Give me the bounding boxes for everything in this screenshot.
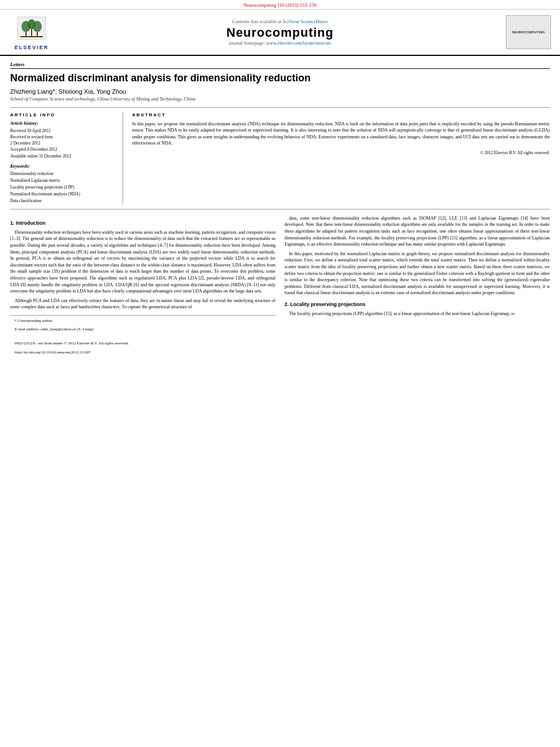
keyword-3: Locality preserving projections (LPP) <box>10 184 116 191</box>
homepage-line: journal homepage: www.elsevier.com/locat… <box>60 40 500 46</box>
section2-col2-p1: The locality preserving projections (LPP… <box>285 311 550 317</box>
contents-text: Contents lists available at <box>233 19 282 24</box>
article-history: Article history: Received 30 April 2012 … <box>10 121 116 159</box>
received-revised-label: Received in revised form <box>10 134 116 140</box>
keywords: Keywords: Dimensionality reduction Norma… <box>10 164 116 204</box>
elsevier-logo-svg <box>15 14 49 42</box>
keywords-title: Keywords: <box>10 164 116 169</box>
abstract-section: ABSTRACT In this paper, we propose the n… <box>132 112 550 204</box>
footnote-area: * Corresponding author. E-mail address: … <box>10 315 275 355</box>
svg-rect-5 <box>31 29 32 37</box>
article-info: ARTICLE INFO Article history: Received 3… <box>10 112 123 204</box>
keyword-4: Normalized discriminant analysis (NDA) <box>10 191 116 198</box>
article-meta-columns: ARTICLE INFO Article history: Received 3… <box>10 107 550 209</box>
intro-col2-p2: In this paper, motivated by the normaliz… <box>285 251 550 296</box>
neurocomputing-cover: NEUROCOMPUTING <box>506 15 551 49</box>
svg-rect-7 <box>20 36 43 37</box>
intro-col2-p1: data, some non-linear dimensionality red… <box>285 215 550 248</box>
received-revised-date: 2 December 2012 <box>10 140 116 146</box>
journal-name: Neurocomputing <box>60 25 500 40</box>
footnote-email-label: E-mail address: <box>15 327 40 331</box>
elsevier-text: ELSEVIER <box>9 45 54 50</box>
available-date: Available online 31 December 2012 <box>10 153 116 159</box>
authors: Zhizheng Liang*, Shixiong Xia, Yong Zhou <box>10 88 550 95</box>
elsevier-logo: ELSEVIER <box>9 14 54 50</box>
section2-title: 2. Locality preserving projections <box>285 301 550 308</box>
bottom-doi: http://dx.doi.org/10.1016/j.neucom.2012.… <box>10 350 275 355</box>
section1-title: 1. Introduction <box>10 220 275 227</box>
keyword-5: Data classification <box>10 198 116 204</box>
homepage-link[interactable]: www.elsevier.com/locate/neucom <box>266 40 331 46</box>
journal-reference: Neurocomputing 110 (2013) 153–159 <box>244 2 317 8</box>
footnote-corresponding: * Corresponding author. <box>10 318 275 324</box>
body-columns: 1. Introduction Dimensionality reduction… <box>10 215 550 358</box>
svg-rect-6 <box>37 32 38 37</box>
intro-p1: Dimensionality reduction techniques have… <box>10 229 275 295</box>
bottom-ref: 0925-2312/$ - see front matter © 2012 El… <box>10 340 275 346</box>
svg-point-3 <box>33 21 42 32</box>
footnote-email-value: cuhk_liang@yahoo.cn (Z. Liang). <box>41 327 94 331</box>
keyword-1: Dimensionality reduction <box>10 171 116 177</box>
main-content: Letters Normalized discriminant analysis… <box>0 56 560 364</box>
journal-header: ELSEVIER Contents lists available at Sci… <box>0 10 560 56</box>
journal-center-info: Contents lists available at SciVerse Sci… <box>60 19 500 46</box>
intro-p2: Although PCA and LDA can effectively ext… <box>10 298 275 311</box>
abstract-text: In this paper, we propose the normalized… <box>132 121 550 147</box>
homepage-text: journal homepage: <box>229 40 265 46</box>
paper-title: Normalized discriminant analysis for dim… <box>10 72 550 85</box>
author-names: Zhizheng Liang*, Shixiong Xia, Yong Zhou <box>10 88 126 95</box>
body-left-col: 1. Introduction Dimensionality reduction… <box>10 215 275 358</box>
article-info-heading: ARTICLE INFO <box>10 112 116 117</box>
svg-rect-4 <box>25 32 27 37</box>
abstract-heading: ABSTRACT <box>132 112 550 117</box>
keyword-2: Normalized Laplacian matrix <box>10 177 116 184</box>
copyright: © 2012 Elsevier B.V. All rights reserved… <box>132 150 550 155</box>
affiliation: School of Computer Science and technolog… <box>10 96 550 102</box>
article-history-title: Article history: <box>10 121 116 126</box>
accepted-date: Accepted 8 December 2012 <box>10 146 116 152</box>
sciverse-link[interactable]: SciVerse ScienceDirect <box>283 19 328 24</box>
received-date: Received 30 April 2012 <box>10 128 116 134</box>
top-bar: Neurocomputing 110 (2013) 153–159 <box>0 0 560 10</box>
contents-line: Contents lists available at SciVerse Sci… <box>60 19 500 24</box>
section-type-label: Letters <box>10 62 550 69</box>
body-right-col: data, some non-linear dimensionality red… <box>285 215 550 358</box>
footnote-email: E-mail address: cuhk_liang@yahoo.cn (Z. … <box>10 326 275 332</box>
